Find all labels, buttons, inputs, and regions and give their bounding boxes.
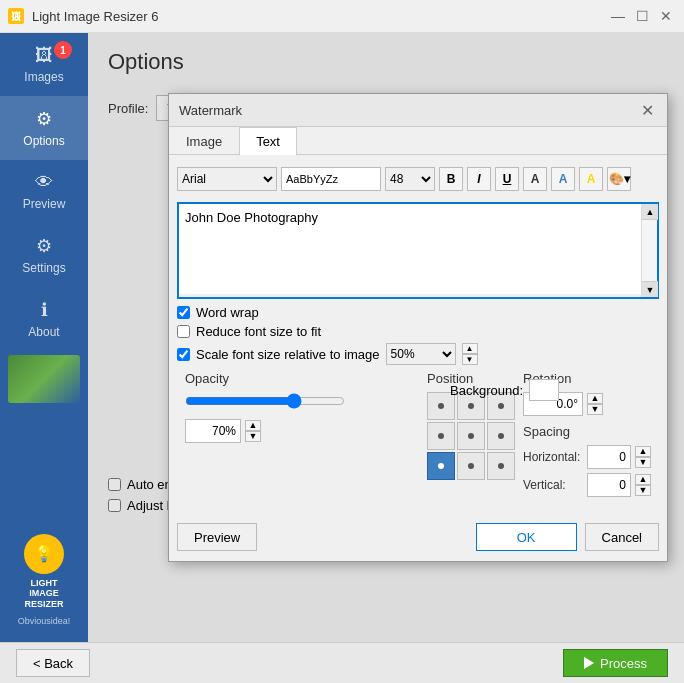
reduce-font-checkbox[interactable] <box>177 325 190 338</box>
process-label: Process <box>600 656 647 671</box>
checkbox-section: Word wrap Reduce font size to fit Scale … <box>177 299 659 367</box>
effects-button[interactable]: 🎨▾ <box>607 167 631 191</box>
app-title: Light Image Resizer 6 <box>32 9 600 24</box>
pos-mid-right[interactable] <box>487 422 515 450</box>
font-preview: AaBbYyZz <box>281 167 381 191</box>
reduce-font-label: Reduce font size to fit <box>196 324 321 339</box>
vertical-label: Vertical: <box>523 478 583 492</box>
tab-text[interactable]: Text <box>239 127 297 155</box>
preview-thumbnail <box>8 355 80 403</box>
window-controls: — ☐ ✕ <box>608 6 676 26</box>
preview-button[interactable]: Preview <box>177 523 257 551</box>
text-highlight-button[interactable]: A <box>579 167 603 191</box>
dialog-titlebar: Watermark ✕ <box>169 94 667 127</box>
word-wrap-label: Word wrap <box>196 305 259 320</box>
sidebar-item-images[interactable]: 🖼 Images 1 <box>0 33 88 96</box>
pos-dot <box>468 403 474 409</box>
dialog-title: Watermark <box>179 103 242 118</box>
maximize-button[interactable]: ☐ <box>632 6 652 26</box>
sidebar-item-options[interactable]: ⚙ Options <box>0 96 88 160</box>
watermark-text-input[interactable]: John Doe Photography <box>179 204 641 294</box>
brand-text: Obviousidea! <box>18 616 71 626</box>
text-color-bg-button[interactable]: A <box>551 167 575 191</box>
watermark-dialog: Watermark ✕ Image Text <box>168 93 668 562</box>
controls-row: Opacity ▲ ▼ <box>177 367 659 509</box>
rotation-up-button[interactable]: ▲ <box>587 393 603 404</box>
options-icon: ⚙ <box>36 108 52 130</box>
text-area-wrapper: John Doe Photography ▲ ▼ <box>177 202 659 299</box>
pos-dot <box>438 433 444 439</box>
tab-image-label: Image <box>186 134 222 149</box>
minimize-button[interactable]: — <box>608 6 628 26</box>
pos-mid-center[interactable] <box>457 422 485 450</box>
rotation-down-button[interactable]: ▼ <box>587 404 603 415</box>
text-scrollbar: ▲ ▼ <box>641 204 657 297</box>
opacity-up-button[interactable]: ▲ <box>245 420 261 431</box>
word-wrap-row: Word wrap <box>177 305 659 320</box>
vertical-spinner: ▲ ▼ <box>635 474 651 496</box>
opacity-slider[interactable] <box>185 392 345 410</box>
scroll-track <box>642 220 657 281</box>
pos-mid-left[interactable] <box>427 422 455 450</box>
logo-icon: 💡 <box>24 534 64 574</box>
logo-text: LIGHTIMAGERESIZER <box>24 578 63 610</box>
opacity-value-row: ▲ ▼ <box>185 419 419 443</box>
vertical-input[interactable] <box>587 473 631 497</box>
scroll-up-button[interactable]: ▲ <box>642 204 658 220</box>
scale-up-button[interactable]: ▲ <box>462 343 478 354</box>
ok-button[interactable]: OK <box>476 523 577 551</box>
vertical-spacing-row: Vertical: ▲ ▼ <box>523 473 651 497</box>
underline-button[interactable]: U <box>495 167 519 191</box>
scale-down-button[interactable]: ▼ <box>462 354 478 365</box>
background-label: Background: <box>450 383 523 398</box>
tab-bar: Image Text <box>169 127 667 155</box>
horizontal-label: Horizontal: <box>523 450 583 464</box>
scale-font-row: Scale font size relative to image 50% ▲ … <box>177 343 659 365</box>
sidebar-item-about[interactable]: ℹ About <box>0 287 88 351</box>
horizontal-spacing-row: Horizontal: ▲ ▼ <box>523 445 651 469</box>
horizontal-input[interactable] <box>587 445 631 469</box>
font-size-select[interactable]: 48 <box>385 167 435 191</box>
settings-icon: ⚙ <box>36 235 52 257</box>
close-button[interactable]: ✕ <box>656 6 676 26</box>
tab-image[interactable]: Image <box>169 127 239 155</box>
bold-button[interactable]: B <box>439 167 463 191</box>
word-wrap-checkbox[interactable] <box>177 306 190 319</box>
scale-value-select[interactable]: 50% <box>386 343 456 365</box>
process-play-icon <box>584 657 594 669</box>
sidebar-item-preview[interactable]: 👁 Preview <box>0 160 88 223</box>
horizontal-spinner: ▲ ▼ <box>635 446 651 468</box>
scroll-down-button[interactable]: ▼ <box>642 281 658 297</box>
horiz-down-button[interactable]: ▼ <box>635 457 651 468</box>
background-swatch[interactable] <box>529 379 559 401</box>
scale-spinner: ▲ ▼ <box>462 343 478 365</box>
back-button[interactable]: < Back <box>16 649 90 677</box>
dialog-close-button[interactable]: ✕ <box>637 100 657 120</box>
main-layout: 🖼 Images 1 ⚙ Options 👁 Preview ⚙ Setting… <box>0 33 684 642</box>
sidebar-label-preview: Preview <box>23 197 66 211</box>
spacing-section: Spacing Horizontal: ▲ ▼ <box>523 424 651 497</box>
opacity-spinner: ▲ ▼ <box>245 420 261 442</box>
process-button[interactable]: Process <box>563 649 668 677</box>
spacing-label: Spacing <box>523 424 651 439</box>
opacity-section: Opacity ▲ ▼ <box>185 371 419 501</box>
sidebar-item-settings[interactable]: ⚙ Settings <box>0 223 88 287</box>
cancel-button[interactable]: Cancel <box>585 523 659 551</box>
position-grid <box>427 392 515 480</box>
pos-dot <box>438 403 444 409</box>
back-label: < Back <box>33 656 73 671</box>
italic-button[interactable]: I <box>467 167 491 191</box>
title-bar: 🖼 Light Image Resizer 6 — ☐ ✕ <box>0 0 684 33</box>
text-color-button[interactable]: A <box>523 167 547 191</box>
vert-up-button[interactable]: ▲ <box>635 474 651 485</box>
pos-dot <box>468 433 474 439</box>
pos-bot-center[interactable] <box>457 452 485 480</box>
opacity-value-input[interactable] <box>185 419 241 443</box>
scale-font-checkbox[interactable] <box>177 348 190 361</box>
horiz-up-button[interactable]: ▲ <box>635 446 651 457</box>
pos-bot-right[interactable] <box>487 452 515 480</box>
opacity-down-button[interactable]: ▼ <box>245 431 261 442</box>
vert-down-button[interactable]: ▼ <box>635 485 651 496</box>
pos-bot-left[interactable] <box>427 452 455 480</box>
font-select[interactable]: Arial <box>177 167 277 191</box>
